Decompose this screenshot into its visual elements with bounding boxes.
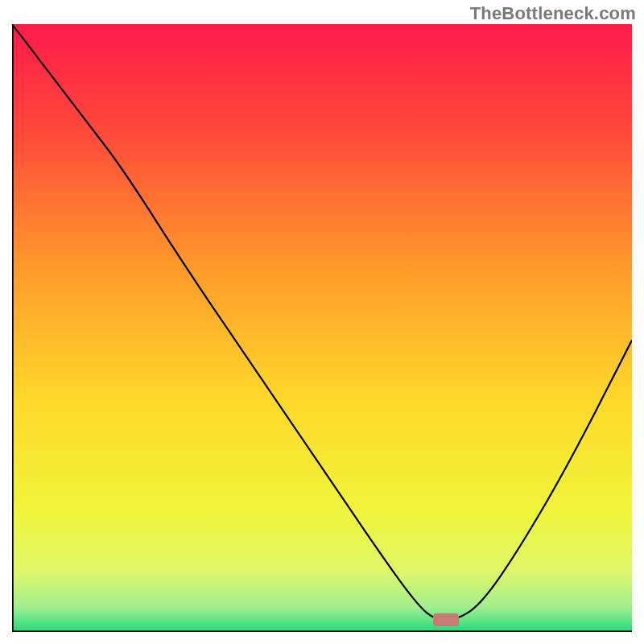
bottleneck-chart: [12, 24, 632, 632]
gradient-background: [12, 24, 632, 632]
watermark-text: TheBottleneck.com: [470, 3, 636, 24]
optimum-marker: [434, 613, 459, 625]
chart-svg: [12, 24, 632, 632]
